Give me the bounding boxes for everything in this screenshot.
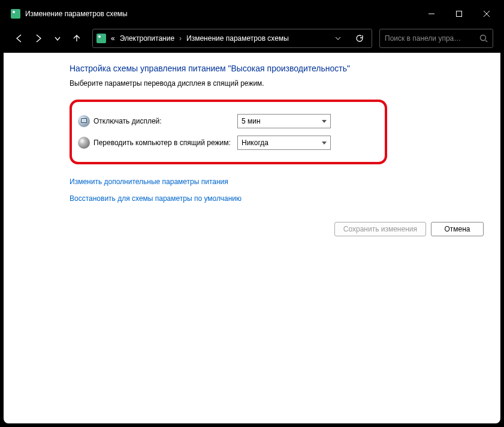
address-dropdown-button[interactable] [330, 35, 346, 41]
svg-point-4 [481, 35, 486, 41]
display-off-value: 5 мин [242, 117, 261, 125]
restore-defaults-link[interactable]: Восстановить для схемы параметры по умол… [70, 194, 484, 203]
sleep-select[interactable]: Никогда [237, 136, 331, 150]
highlighted-settings: Отключать дисплей: 5 мин Переводить комп… [70, 100, 387, 164]
minimize-button[interactable] [418, 4, 445, 24]
save-button[interactable]: Сохранить изменения [334, 222, 426, 236]
svg-rect-1 [457, 11, 462, 17]
address-bar[interactable]: « Электропитание › Изменение параметров … [92, 29, 372, 48]
sleep-value: Никогда [242, 139, 268, 147]
maximize-button[interactable] [445, 4, 473, 24]
up-button[interactable] [68, 29, 85, 48]
display-icon [78, 115, 90, 127]
advanced-settings-link[interactable]: Изменить дополнительные параметры питани… [70, 178, 484, 186]
display-off-row: Отключать дисплей: 5 мин [78, 110, 331, 132]
power-options-icon [96, 34, 106, 43]
breadcrumb-prefix: « [111, 34, 115, 43]
page-subheading: Выберите параметры перевода дисплея в сп… [70, 79, 484, 88]
sleep-label: Переводить компьютер в спящий режим: [93, 139, 237, 147]
search-placeholder: Поиск в панели упра… [385, 34, 476, 43]
search-input[interactable]: Поиск в панели упра… [379, 29, 493, 48]
sleep-row: Переводить компьютер в спящий режим: Ник… [78, 132, 331, 154]
svg-line-5 [485, 40, 487, 42]
titlebar: Изменение параметров схемы [4, 4, 500, 24]
close-button[interactable] [473, 4, 500, 24]
recent-button[interactable] [49, 29, 66, 48]
content-area: Настройка схемы управления питанием "Выс… [4, 53, 500, 423]
app-icon [11, 9, 20, 19]
window: Изменение параметров схемы « Электропита… [4, 4, 500, 423]
sleep-icon [78, 137, 90, 149]
display-off-label: Отключать дисплей: [93, 117, 237, 125]
breadcrumb-item[interactable]: Изменение параметров схемы [186, 34, 289, 43]
window-title: Изменение параметров схемы [25, 10, 128, 18]
toolbar: « Электропитание › Изменение параметров … [4, 24, 500, 53]
breadcrumb-item[interactable]: Электропитание [120, 34, 174, 43]
forward-button[interactable] [30, 29, 47, 48]
cancel-button[interactable]: Отмена [431, 222, 484, 236]
display-off-select[interactable]: 5 мин [237, 114, 331, 128]
search-icon [479, 34, 488, 43]
back-button[interactable] [11, 29, 28, 48]
page-heading: Настройка схемы управления питанием "Выс… [70, 64, 484, 73]
chevron-right-icon: › [179, 34, 182, 43]
button-row: Сохранить изменения Отмена [4, 211, 500, 236]
refresh-button[interactable] [351, 34, 368, 43]
